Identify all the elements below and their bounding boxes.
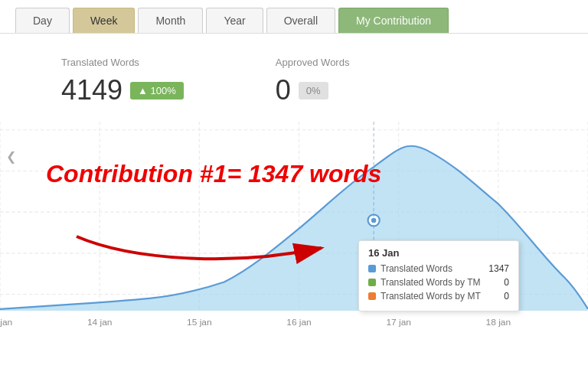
tooltip-label-tm: Translated Words by TM [381, 277, 499, 288]
translated-words-value: 4149 [61, 74, 122, 106]
approved-words-block: Approved Words 0 0% [276, 57, 350, 106]
chart-tooltip: 16 Jan Translated Words 1347 Translated … [358, 240, 519, 311]
tab-month[interactable]: Month [138, 8, 203, 33]
tab-my-contribution[interactable]: My Contribution [338, 8, 449, 33]
tooltip-dot-tm [368, 279, 376, 286]
approved-words-badge: 0% [299, 82, 328, 99]
tooltip-dot-mt [368, 292, 376, 300]
tooltip-row-tm: Translated Words by TM 0 [368, 277, 509, 288]
approved-words-value: 0 [276, 74, 291, 106]
tooltip-label-mt: Translated Words by MT [381, 291, 499, 302]
svg-text:14 jan: 14 jan [87, 317, 112, 328]
svg-text:18 jan: 18 jan [486, 317, 511, 328]
annotation-text: Contribution #1= 1347 words [46, 160, 381, 188]
tooltip-date: 16 Jan [368, 247, 509, 259]
tab-day[interactable]: Day [15, 8, 70, 33]
tooltip-row-mt: Translated Words by MT 0 [368, 291, 509, 302]
tab-week[interactable]: Week [73, 8, 136, 33]
tooltip-dot-translated [368, 265, 376, 272]
tab-bar: Day Week Month Year Overall My Contribut… [0, 0, 588, 34]
translated-words-row: 4149 ▲ 100% [61, 74, 184, 106]
approved-words-label: Approved Words [276, 57, 350, 68]
tab-year[interactable]: Year [206, 8, 263, 33]
svg-text:16 jan: 16 jan [286, 317, 311, 328]
tooltip-value-translated: 1347 [488, 263, 509, 274]
translated-words-badge: ▲ 100% [130, 82, 184, 99]
translated-words-label: Translated Words [61, 57, 184, 68]
tab-overall[interactable]: Overall [266, 8, 335, 33]
svg-text:13 jan: 13 jan [0, 317, 12, 328]
tooltip-value-tm: 0 [504, 277, 509, 288]
tooltip-row-translated: Translated Words 1347 [368, 263, 509, 274]
tooltip-label-translated: Translated Words [381, 263, 484, 274]
approved-words-row: 0 0% [276, 74, 350, 106]
svg-text:17 jan: 17 jan [386, 317, 410, 328]
translated-words-block: Translated Words 4149 ▲ 100% [61, 57, 184, 106]
tooltip-value-mt: 0 [504, 291, 509, 302]
stats-section: Translated Words 4149 ▲ 100% Approved Wo… [0, 34, 588, 122]
svg-text:15 jan: 15 jan [187, 317, 211, 328]
chart-area: 13 jan 14 jan 15 jan 16 jan 17 jan 18 ja… [0, 122, 588, 344]
